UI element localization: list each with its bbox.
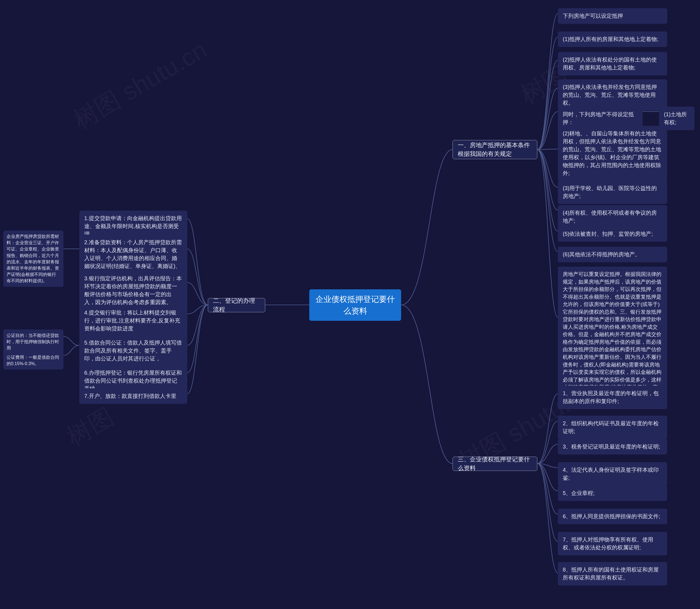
s3-item-6[interactable]: 6、抵押人同意提供抵押担保的书面文件; xyxy=(558,509,667,524)
section-2-title: 二、登记的办理流程 xyxy=(213,296,260,314)
s1-item-11[interactable]: 房地产可以重复设定抵押。根据我国法律的规定，如果房地产抵押后，该房地产的价值大于… xyxy=(558,267,667,402)
s2-item-5-sub-a-text: 公证目的：当不能偿还贷款时，用于抵押物强制执行时用 xyxy=(6,333,59,350)
s1-item-2[interactable]: (1)抵押人所有的房屋和其他地上定着物; xyxy=(558,32,667,47)
s1-item-7[interactable]: (3)用于学校、幼儿园、医院等公益性的房地产; xyxy=(558,180,667,204)
s1-item-7-text: (3)用于学校、幼儿园、医院等公益性的房地产; xyxy=(563,185,657,199)
s1-item-3[interactable]: (2)抵押人依法有权处分的国有土地的使用权、房屋和其他地上定着物; xyxy=(558,52,667,75)
s2-item-5-text: 5.借款合同公证：借款人及抵押人填写借款合同及所有相关文件、签字、盖手印，由公证… xyxy=(84,340,182,362)
s3-item-1[interactable]: 1、营业执照及最近年度的年检证明，包括副本的原件和复印件; xyxy=(558,386,667,409)
s2-item-7[interactable]: 7.开户、放款：款直接打到借款人卡里 xyxy=(79,388,187,404)
s1-item-9-text: (5)依法被查封、扣押、监管的房地产; xyxy=(563,231,653,237)
s2-item-5[interactable]: 5.借款合同公证：借款人及抵押人填写借款合同及所有相关文件、签字、盖手印，由公证… xyxy=(79,335,187,366)
s2-item-2-sub-text: 企业房产抵押房贷款所需材料：企业营业三证、开户许可证、企业章程、企业验资报告、购… xyxy=(6,234,59,283)
section-2[interactable]: 二、登记的办理流程 xyxy=(208,298,265,312)
s1-item-10[interactable]: (6)其他依法不得抵押的房地产。 xyxy=(558,247,667,262)
s2-item-5-sub-b-text: 公证费用：一般是借款合同的0.15%-0.3%。 xyxy=(6,355,59,366)
s3-item-2[interactable]: 2、组织机构代码证书及最近年度的年检证明; xyxy=(558,416,667,439)
s1-item-11-text: 房地产可以重复设定抵押。根据我国法律的规定，如果房地产抵押后，该房地产的价值大于… xyxy=(563,271,662,398)
s2-item-7-text: 7.开户、放款：款直接打到借款人卡里 xyxy=(84,393,176,399)
s3-item-5-text: 5、企业章程; xyxy=(563,490,595,496)
s1-item-1[interactable]: 下列房地产可以设定抵押 xyxy=(558,8,667,24)
s3-item-8-text: 8、抵押人所有的国有土使用权证和房屋所有权证和房屋所有权证。 xyxy=(563,567,659,580)
s1-item-6-text: (2)耕地、、自留山等集体所有的土地使用权，但抵押人依法承包并经发包方同意的荒山… xyxy=(563,130,661,176)
s3-item-4-text: 4、法定代表人身份证明及签字样本或印鉴; xyxy=(563,467,659,481)
root-text: 企业债权抵押登记要什么资料 xyxy=(316,293,395,316)
s2-item-2-sub[interactable]: 企业房产抵押房贷款所需材料：企业营业三证、开户许可证、企业章程、企业验资报告、购… xyxy=(3,230,64,287)
s1-item-5-sub-text: (1)土地所有权; xyxy=(664,111,687,125)
s1-item-8-text: (4)所有权、使用权不明或者有争议的房地产; xyxy=(563,210,657,224)
root-node[interactable]: 企业债权抵押登记要什么资料 xyxy=(309,289,401,321)
s1-item-8[interactable]: (4)所有权、使用权不明或者有争议的房地产; xyxy=(558,205,667,229)
s2-item-1-text: 1.提交贷款申请：向金融机构提出贷款用途、金额及年限时间,核实机构是否测受理 xyxy=(84,215,182,237)
s1-item-3-text: (2)抵押人依法有权处分的国有土地的使用权、房屋和其他地上定着物; xyxy=(563,57,657,71)
section-1[interactable]: 一、房地产抵押的基本条件根据我国的有关规定 xyxy=(453,140,537,159)
s1-item-5-text: 同时，下列房地产不得设定抵押： xyxy=(563,111,634,125)
s1-item-1-text: 下列房地产可以设定抵押 xyxy=(563,13,623,19)
s1-item-4-text: (3)抵押人依法承包并经发包方同意抵押的荒山、荒沟、荒丘、荒滩等荒地使用权。 xyxy=(563,84,657,106)
s1-item-2-text: (1)抵押人所有的房屋和其他地上定着物; xyxy=(563,36,659,42)
section-1-title: 一、房地产抵押的基本条件根据我国的有关规定 xyxy=(458,141,532,158)
s1-item-10-text: (6)其他依法不得抵押的房地产。 xyxy=(563,251,641,257)
s1-item-6[interactable]: (2)耕地、、自留山等集体所有的土地使用权，但抵押人依法承包并经发包方同意的荒山… xyxy=(558,126,667,181)
s3-item-5[interactable]: 5、企业章程; xyxy=(558,485,667,501)
s3-item-1-text: 1、营业执照及最近年度的年检证明，包括副本的原件和复印件; xyxy=(563,390,659,404)
s2-item-4[interactable]: 4.提交银行审批：将以上材料提交到银行，进行审批,注意材料要齐全,反复补充资料会… xyxy=(79,305,187,336)
s2-item-5-sub-a[interactable]: 公证目的：当不能偿还贷款时，用于抵押物强制执行时用 xyxy=(3,330,64,354)
s2-item-4-text: 4.提交银行审批：将以上材料提交到银行，进行审批,注意材料要齐全,反复补充资料会… xyxy=(84,310,180,331)
s3-item-7-text: 7、抵押人对抵押物享有所有权、使用权、或者依法处分权的权属证明; xyxy=(563,537,653,551)
s1-item-4[interactable]: (3)抵押人依法承包并经发包方同意抵押的荒山、荒沟、荒丘、荒滩等荒地使用权。 xyxy=(558,79,667,111)
s2-item-5-sub-b[interactable]: 公证费用：一般是借款合同的0.15%-0.3%。 xyxy=(3,351,64,369)
s3-item-7[interactable]: 7、抵押人对抵押物享有所有权、使用权、或者依法处分权的权属证明; xyxy=(558,532,667,555)
s2-item-3[interactable]: 3.银行指定评估机构，出具评估报告：本环节决定着你的房屋抵押贷款的额度一般评估价… xyxy=(79,271,187,310)
s3-item-2-text: 2、组织机构代码证书及最近年度的年检证明; xyxy=(563,420,659,434)
s3-item-3[interactable]: 3、税务登记证明及最近年度的年检证明; xyxy=(558,439,667,454)
section-3-title: 三、企业债权抵押登记要什么资料 xyxy=(458,455,532,472)
s1-item-9[interactable]: (5)依法被查封、扣押、监管的房地产; xyxy=(558,226,667,242)
s3-item-6-text: 6、抵押人同意提供抵押担保的书面文件; xyxy=(563,513,660,519)
section-3[interactable]: 三、企业债权抵押登记要什么资料 xyxy=(453,457,537,471)
watermark: 树图 shutu.cn xyxy=(67,33,213,137)
s2-item-3-text: 3.银行指定评估机构，出具评估报告：本环节决定着你的房屋抵押贷款的额度一般评估价… xyxy=(84,275,182,305)
s3-item-3-text: 3、税务登记证明及最近年度的年检证明; xyxy=(563,443,660,450)
watermark: 树图 xyxy=(61,400,120,454)
s3-item-4[interactable]: 4、法定代表人身份证明及签字样本或印鉴; xyxy=(558,462,667,486)
s3-item-8[interactable]: 8、抵押人所有的国有土使用权证和房屋所有权证和房屋所有权证。 xyxy=(558,562,667,586)
